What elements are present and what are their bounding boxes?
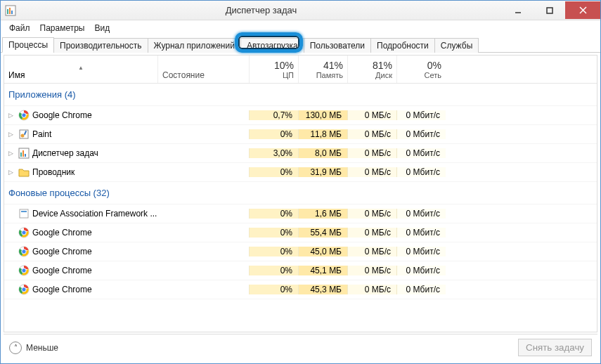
col-mem[interactable]: 41%Память xyxy=(298,56,347,83)
svg-rect-2 xyxy=(9,8,11,14)
process-mem: 1,6 МБ xyxy=(298,209,347,219)
process-cpu: 0% xyxy=(249,167,298,177)
process-row[interactable]: ▷Проводник 0% 31,9 МБ 0 МБ/с 0 Мбит/с xyxy=(4,163,597,182)
process-mem: 11,8 МБ xyxy=(298,129,347,139)
chrome-icon xyxy=(18,284,30,295)
svg-rect-17 xyxy=(25,154,26,157)
col-name-label: Имя xyxy=(8,70,153,80)
close-button[interactable] xyxy=(565,1,600,19)
column-headers: ▲ Имя Состояние 10%ЦП 41%Память 81%Диск … xyxy=(4,56,597,84)
app-icon xyxy=(5,5,16,16)
footer: ˄ Меньше Снять задачу xyxy=(4,334,597,360)
process-net: 0 Мбит/с xyxy=(396,148,446,158)
process-row[interactable]: Google Chrome 0% 45,1 МБ 0 МБ/с 0 Мбит/с xyxy=(4,261,597,280)
process-net: 0 Мбит/с xyxy=(396,266,446,275)
svg-rect-16 xyxy=(22,150,24,157)
process-net: 0 Мбит/с xyxy=(396,167,446,177)
col-net[interactable]: 0%Сеть xyxy=(396,56,446,83)
process-name: Paint xyxy=(32,129,51,139)
content-area: ▲ Имя Состояние 10%ЦП 41%Память 81%Диск … xyxy=(4,55,597,332)
process-row[interactable]: ▷Paint 0% 11,8 МБ 0 МБ/с 0 Мбит/с xyxy=(4,125,597,144)
svg-point-28 xyxy=(22,268,26,273)
tab-services[interactable]: Службы xyxy=(434,38,479,53)
menu-file[interactable]: Файл xyxy=(5,22,34,34)
process-mem: 45,3 МБ xyxy=(298,285,347,294)
process-disk: 0 МБ/с xyxy=(347,209,396,219)
process-name: Google Chrome xyxy=(32,285,92,294)
process-net: 0 Мбит/с xyxy=(396,129,446,139)
process-disk: 0 МБ/с xyxy=(347,266,396,275)
process-disk: 0 МБ/с xyxy=(347,110,396,120)
tm-icon xyxy=(18,148,30,159)
process-name: Device Association Framework ... xyxy=(32,209,157,219)
process-row[interactable]: Google Chrome 0% 45,0 МБ 0 МБ/с 0 Мбит/с xyxy=(4,242,597,261)
process-cpu: 0% xyxy=(249,129,298,139)
tab-startup[interactable]: Автозагрузка xyxy=(240,38,304,53)
end-task-button[interactable]: Снять задачу xyxy=(518,339,592,356)
process-row[interactable]: Google Chrome 0% 55,4 МБ 0 МБ/с 0 Мбит/с xyxy=(4,223,597,242)
col-name[interactable]: ▲ Имя xyxy=(4,56,157,83)
process-row[interactable]: Google Chrome 0% 45,3 МБ 0 МБ/с 0 Мбит/с xyxy=(4,280,597,299)
svg-point-12 xyxy=(21,134,25,138)
expander-icon[interactable]: ▷ xyxy=(8,169,15,176)
process-mem: 55,4 МБ xyxy=(298,228,347,238)
group-bg[interactable]: Фоновые процессы (32) xyxy=(4,182,597,204)
process-net: 0 Мбит/с xyxy=(396,247,446,256)
menu-options[interactable]: Параметры xyxy=(36,22,89,34)
fewer-details-button[interactable]: ˄ Меньше xyxy=(9,342,58,354)
minimize-button[interactable] xyxy=(502,1,534,19)
process-cpu: 3,0% xyxy=(249,148,298,158)
menu-view[interactable]: Вид xyxy=(90,22,114,34)
tab-apphistory[interactable]: Журнал приложений xyxy=(148,38,241,53)
tab-users[interactable]: Пользователи xyxy=(304,38,371,53)
process-name: Google Chrome xyxy=(32,228,92,238)
process-name: Google Chrome xyxy=(32,266,92,275)
paint-icon xyxy=(18,129,30,140)
svg-rect-1 xyxy=(7,9,8,14)
process-net: 0 Мбит/с xyxy=(396,228,446,238)
chrome-icon xyxy=(18,227,30,238)
tab-details[interactable]: Подробности xyxy=(370,38,435,53)
window-title: Диспетчер задач xyxy=(20,5,502,15)
process-mem: 130,0 МБ xyxy=(298,110,347,120)
expander-icon[interactable]: ▷ xyxy=(8,150,15,157)
tabs: Процессы Производительность Журнал прило… xyxy=(1,36,600,53)
process-disk: 0 МБ/с xyxy=(347,285,396,294)
process-row[interactable]: ▷Диспетчер задач 3,0% 8,0 МБ 0 МБ/с 0 Мб… xyxy=(4,144,597,163)
process-mem: 31,9 МБ xyxy=(298,167,347,177)
expander-icon[interactable]: ▷ xyxy=(8,131,15,138)
maximize-button[interactable] xyxy=(534,1,565,19)
group-apps[interactable]: Приложения (4) xyxy=(4,84,597,106)
folder-icon xyxy=(18,167,30,178)
process-cpu: 0% xyxy=(249,209,298,219)
col-status[interactable]: Состояние xyxy=(157,56,249,83)
col-cpu[interactable]: 10%ЦП xyxy=(249,56,298,83)
process-cpu: 0% xyxy=(249,228,298,238)
svg-rect-19 xyxy=(21,211,27,212)
process-disk: 0 МБ/с xyxy=(347,167,396,177)
window-buttons xyxy=(502,1,600,19)
chrome-icon xyxy=(18,265,30,276)
process-disk: 0 МБ/с xyxy=(347,228,396,238)
process-row[interactable]: ▷Google Chrome 0,7% 130,0 МБ 0 МБ/с 0 Мб… xyxy=(4,106,597,125)
svg-point-22 xyxy=(22,230,26,235)
process-name: Google Chrome xyxy=(32,247,92,256)
process-name: Проводник xyxy=(32,167,75,177)
chrome-icon xyxy=(18,110,30,121)
svg-rect-5 xyxy=(547,8,552,13)
process-net: 0 Мбит/с xyxy=(396,209,446,219)
process-disk: 0 МБ/с xyxy=(347,129,396,139)
svg-rect-18 xyxy=(20,209,28,218)
process-name: Диспетчер задач xyxy=(32,148,98,158)
tab-processes[interactable]: Процессы xyxy=(2,37,54,53)
process-mem: 45,1 МБ xyxy=(298,266,347,275)
process-row[interactable]: Device Association Framework ... 0% 1,6 … xyxy=(4,204,597,223)
tab-performance[interactable]: Производительность xyxy=(53,38,148,53)
process-disk: 0 МБ/с xyxy=(347,148,396,158)
process-cpu: 0% xyxy=(249,266,298,275)
process-name: Google Chrome xyxy=(32,110,92,120)
col-disk[interactable]: 81%Диск xyxy=(347,56,396,83)
process-list[interactable]: Приложения (4) ▷Google Chrome 0,7% 130,0… xyxy=(4,84,597,332)
expander-icon[interactable]: ▷ xyxy=(8,112,15,119)
process-mem: 8,0 МБ xyxy=(298,148,347,158)
